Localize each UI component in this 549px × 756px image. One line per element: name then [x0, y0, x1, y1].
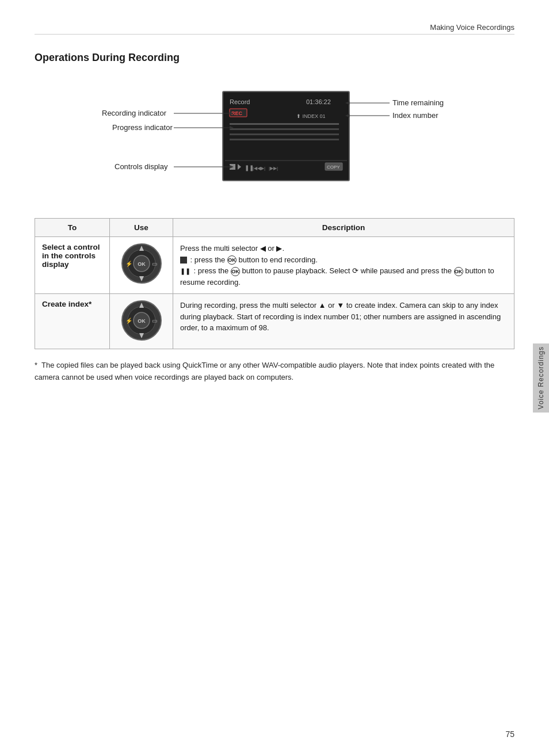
table-row: Create index* OK ⚡ ▭ [35, 294, 514, 349]
table-header-use: Use [110, 219, 173, 237]
table-header-to: To [35, 219, 110, 237]
svg-text:Time remaining: Time remaining [392, 98, 444, 107]
side-tab-label: Voice Recordings [537, 346, 545, 409]
row1-use: OK ⚡ ▭ [110, 237, 173, 294]
svg-rect-8 [230, 133, 339, 135]
svg-text:Recording indicator: Recording indicator [102, 109, 167, 117]
multi-selector-icon-2: OK ⚡ ▭ [121, 300, 162, 341]
svg-text:⬆ INDEX 01: ⬆ INDEX 01 [296, 113, 326, 119]
page-number: 75 [505, 730, 514, 739]
footnote: * The copied files can be played back us… [35, 360, 514, 384]
table-header-description: Description [173, 219, 514, 237]
footnote-star: * [35, 361, 37, 369]
svg-rect-7 [230, 128, 339, 130]
svg-text:⚡: ⚡ [125, 317, 133, 324]
svg-rect-6 [230, 123, 339, 125]
page-header: Making Voice Recordings [35, 23, 514, 35]
svg-text:|◀◀: |◀◀ [253, 166, 261, 171]
row2-desc: During recording, press the multi select… [173, 294, 514, 349]
row1-desc: Press the multi selector ◀ or ▶. : press… [173, 237, 514, 294]
diagram-area: Record 01:36:22 REC ⬆ INDEX 01 ❚❚ |◀◀ ▶|… [35, 80, 514, 201]
row2-use: OK ⚡ ▭ [110, 294, 173, 349]
svg-text:▶|: ▶| [261, 166, 265, 171]
multi-selector-icon: OK ⚡ ▭ [121, 243, 162, 284]
svg-text:Controls display: Controls display [115, 162, 168, 171]
svg-rect-9 [230, 139, 339, 140]
diagram-svg: Record 01:36:22 REC ⬆ INDEX 01 ❚❚ |◀◀ ▶|… [73, 80, 476, 201]
page: Making Voice Recordings Operations Durin… [0, 0, 549, 756]
svg-text:COPY: COPY [327, 165, 340, 170]
operations-table: To Use Description Select a control in t… [35, 218, 514, 349]
header-title: Making Voice Recordings [430, 23, 514, 32]
svg-text:|▶▶|: |▶▶| [269, 166, 278, 171]
svg-text:▭: ▭ [152, 318, 157, 324]
row2-to: Create index* [35, 294, 110, 349]
ok-button-icon3: OK [454, 267, 463, 276]
ok-button-icon2: OK [231, 267, 240, 276]
svg-text:⚡: ⚡ [125, 260, 133, 268]
table-row: Select a control in the controls display… [35, 237, 514, 294]
svg-text:01:36:22: 01:36:22 [306, 98, 331, 105]
svg-text:Progress indicator: Progress indicator [112, 123, 173, 132]
svg-text:Record: Record [230, 98, 250, 105]
svg-text:OK: OK [138, 318, 146, 324]
side-tab: Voice Recordings [533, 343, 549, 413]
row1-to: Select a control in the controls display [35, 237, 110, 294]
section-title: Operations During Recording [35, 52, 514, 64]
svg-text:OK: OK [138, 261, 146, 267]
svg-text:Index number: Index number [392, 111, 439, 120]
ok-button-icon: OK [227, 255, 237, 265]
footnote-text: The copied files can be played back usin… [35, 361, 494, 381]
svg-text:▭: ▭ [152, 261, 157, 267]
